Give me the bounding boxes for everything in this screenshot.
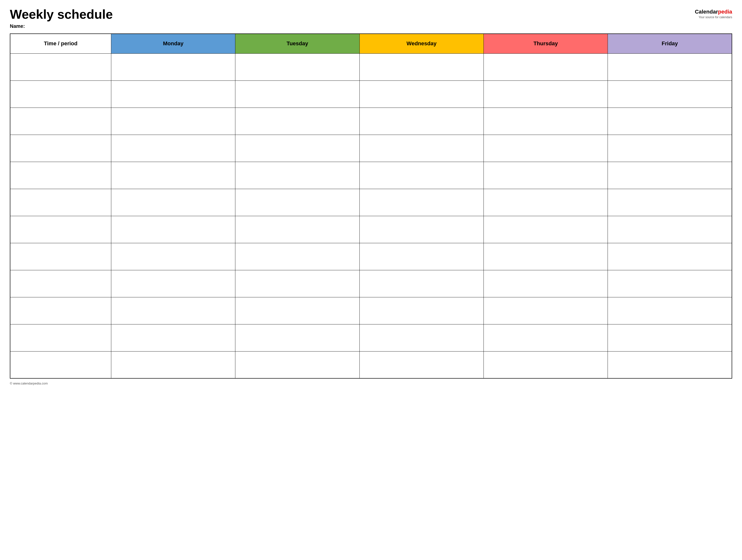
schedule-cell[interactable] bbox=[608, 135, 732, 162]
schedule-cell[interactable] bbox=[360, 243, 483, 270]
time-cell[interactable] bbox=[10, 243, 111, 270]
schedule-cell[interactable] bbox=[111, 324, 235, 351]
time-cell[interactable] bbox=[10, 53, 111, 80]
schedule-cell[interactable] bbox=[360, 80, 483, 108]
table-row bbox=[10, 80, 732, 108]
schedule-cell[interactable] bbox=[360, 324, 483, 351]
time-cell[interactable] bbox=[10, 270, 111, 297]
schedule-cell[interactable] bbox=[608, 243, 732, 270]
schedule-cell[interactable] bbox=[608, 270, 732, 297]
schedule-cell[interactable] bbox=[360, 53, 483, 80]
schedule-cell[interactable] bbox=[111, 162, 235, 189]
schedule-cell[interactable] bbox=[608, 324, 732, 351]
schedule-cell[interactable] bbox=[360, 216, 483, 243]
schedule-cell[interactable] bbox=[111, 108, 235, 135]
schedule-cell[interactable] bbox=[360, 351, 483, 378]
schedule-cell[interactable] bbox=[608, 351, 732, 378]
schedule-cell[interactable] bbox=[111, 53, 235, 80]
schedule-cell[interactable] bbox=[111, 243, 235, 270]
title-section: Weekly schedule Name: bbox=[10, 7, 113, 29]
schedule-cell[interactable] bbox=[483, 189, 607, 216]
schedule-cell[interactable] bbox=[360, 270, 483, 297]
table-row bbox=[10, 324, 732, 351]
schedule-cell[interactable] bbox=[111, 80, 235, 108]
schedule-cell[interactable] bbox=[608, 189, 732, 216]
schedule-cell[interactable] bbox=[235, 53, 360, 80]
schedule-cell[interactable] bbox=[483, 135, 607, 162]
table-row bbox=[10, 297, 732, 324]
schedule-cell[interactable] bbox=[483, 80, 607, 108]
schedule-cell[interactable] bbox=[235, 297, 360, 324]
table-row bbox=[10, 135, 732, 162]
table-row bbox=[10, 243, 732, 270]
schedule-cell[interactable] bbox=[235, 324, 360, 351]
col-header-tuesday: Tuesday bbox=[235, 34, 360, 53]
time-cell[interactable] bbox=[10, 162, 111, 189]
schedule-cell[interactable] bbox=[483, 216, 607, 243]
schedule-cell[interactable] bbox=[111, 189, 235, 216]
schedule-cell[interactable] bbox=[483, 351, 607, 378]
name-label: Name: bbox=[10, 23, 113, 29]
schedule-cell[interactable] bbox=[235, 108, 360, 135]
page-title: Weekly schedule bbox=[10, 7, 113, 21]
table-row bbox=[10, 216, 732, 243]
schedule-cell[interactable] bbox=[235, 270, 360, 297]
footer-url: © www.calendarpedia.com bbox=[10, 382, 48, 385]
time-cell[interactable] bbox=[10, 108, 111, 135]
time-cell[interactable] bbox=[10, 216, 111, 243]
logo-section: Calendarpedia Your source for calendars bbox=[695, 9, 732, 19]
schedule-cell[interactable] bbox=[235, 162, 360, 189]
schedule-cell[interactable] bbox=[483, 324, 607, 351]
col-header-time: Time / period bbox=[10, 34, 111, 53]
time-cell[interactable] bbox=[10, 351, 111, 378]
schedule-cell[interactable] bbox=[483, 243, 607, 270]
schedule-cell[interactable] bbox=[608, 108, 732, 135]
logo-text: Calendarpedia bbox=[695, 9, 732, 15]
schedule-cell[interactable] bbox=[235, 189, 360, 216]
schedule-body bbox=[10, 53, 732, 378]
table-row bbox=[10, 162, 732, 189]
schedule-cell[interactable] bbox=[111, 297, 235, 324]
col-header-thursday: Thursday bbox=[483, 34, 607, 53]
schedule-cell[interactable] bbox=[608, 53, 732, 80]
table-row bbox=[10, 270, 732, 297]
table-row bbox=[10, 351, 732, 378]
table-row bbox=[10, 53, 732, 80]
schedule-cell[interactable] bbox=[360, 189, 483, 216]
time-cell[interactable] bbox=[10, 324, 111, 351]
schedule-cell[interactable] bbox=[111, 135, 235, 162]
schedule-cell[interactable] bbox=[483, 297, 607, 324]
logo-pedia: pedia bbox=[718, 9, 732, 15]
schedule-cell[interactable] bbox=[608, 162, 732, 189]
time-cell[interactable] bbox=[10, 135, 111, 162]
time-cell[interactable] bbox=[10, 80, 111, 108]
schedule-cell[interactable] bbox=[360, 297, 483, 324]
schedule-cell[interactable] bbox=[360, 135, 483, 162]
schedule-cell[interactable] bbox=[235, 243, 360, 270]
schedule-cell[interactable] bbox=[608, 297, 732, 324]
schedule-cell[interactable] bbox=[483, 53, 607, 80]
logo-tagline: Your source for calendars bbox=[699, 15, 732, 19]
schedule-cell[interactable] bbox=[360, 108, 483, 135]
time-cell[interactable] bbox=[10, 189, 111, 216]
schedule-cell[interactable] bbox=[235, 135, 360, 162]
table-header-row: Time / period Monday Tuesday Wednesday T… bbox=[10, 34, 732, 53]
schedule-cell[interactable] bbox=[360, 162, 483, 189]
footer: © www.calendarpedia.com bbox=[10, 382, 732, 385]
table-row bbox=[10, 108, 732, 135]
schedule-cell[interactable] bbox=[111, 270, 235, 297]
col-header-friday: Friday bbox=[608, 34, 732, 53]
schedule-cell[interactable] bbox=[111, 351, 235, 378]
schedule-cell[interactable] bbox=[608, 80, 732, 108]
schedule-cell[interactable] bbox=[483, 162, 607, 189]
time-cell[interactable] bbox=[10, 297, 111, 324]
schedule-cell[interactable] bbox=[235, 216, 360, 243]
schedule-cell[interactable] bbox=[111, 216, 235, 243]
schedule-cell[interactable] bbox=[483, 108, 607, 135]
schedule-cell[interactable] bbox=[483, 270, 607, 297]
table-row bbox=[10, 189, 732, 216]
schedule-cell[interactable] bbox=[235, 80, 360, 108]
schedule-cell[interactable] bbox=[235, 351, 360, 378]
schedule-cell[interactable] bbox=[608, 216, 732, 243]
col-header-wednesday: Wednesday bbox=[360, 34, 483, 53]
